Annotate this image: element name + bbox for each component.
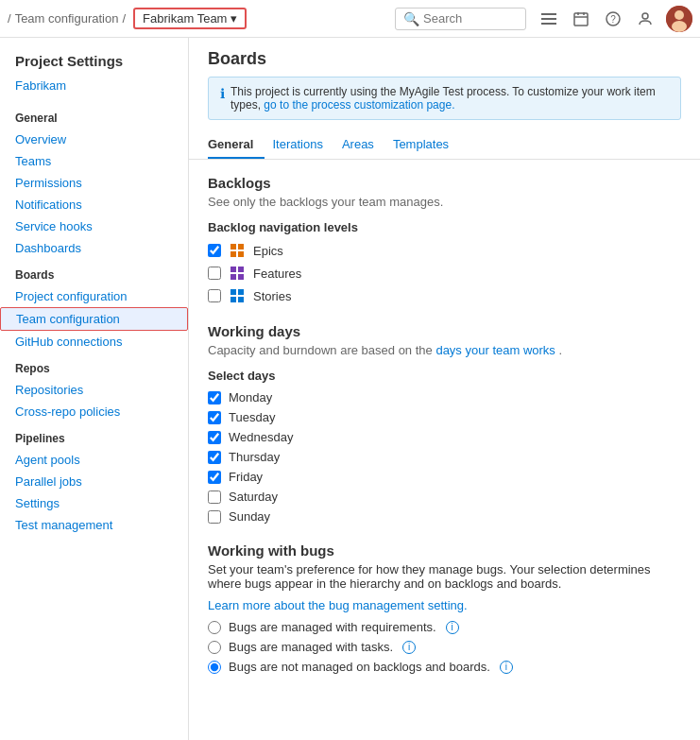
topbar: / Team configuration / Fabrikam Team ▾ 🔍…	[0, 0, 700, 38]
sidebar-item-agent-pools[interactable]: Agent pools	[0, 449, 188, 471]
sidebar-item-parallel-jobs[interactable]: Parallel jobs	[0, 471, 188, 492]
svg-point-9	[642, 13, 648, 19]
breadcrumb: / Team configuration /	[8, 11, 126, 26]
bugs-not-managed-radio-item: Bugs are not managed on backlogs and boa…	[208, 660, 681, 674]
learn-more-bugs-link[interactable]: Learn more about the bug management sett…	[208, 598, 468, 612]
sidebar-project-link[interactable]: Fabrikam	[0, 77, 188, 102]
sidebar-item-cross-repo-policies[interactable]: Cross-repo policies	[0, 401, 188, 422]
bugs-tasks-info-icon[interactable]: i	[402, 641, 416, 654]
wednesday-label: Wednesday	[229, 430, 293, 444]
sidebar-item-permissions[interactable]: Permissions	[0, 172, 188, 194]
sidebar-item-settings[interactable]: Settings	[0, 492, 188, 514]
list-icon[interactable]	[538, 8, 560, 30]
sidebar-section-general: General	[0, 102, 188, 129]
team-selector[interactable]: Fabrikam Team ▾	[133, 8, 247, 29]
svg-rect-20	[238, 274, 244, 280]
epics-label: Epics	[253, 244, 283, 258]
thursday-checkbox[interactable]	[208, 451, 221, 464]
svg-rect-19	[230, 274, 236, 280]
bugs-requirements-info-icon[interactable]: i	[446, 621, 459, 634]
sidebar-item-github-connections[interactable]: GitHub connections	[0, 331, 188, 353]
friday-label: Friday	[229, 470, 263, 484]
tuesday-label: Tuesday	[229, 410, 275, 424]
info-banner-text: This project is currently using the MyAg…	[230, 85, 669, 112]
tuesday-checkbox-item: Tuesday	[208, 410, 681, 424]
sidebar-section-boards: Boards	[0, 259, 188, 285]
tuesday-checkbox[interactable]	[208, 411, 221, 424]
sidebar-item-test-management[interactable]: Test management	[0, 514, 188, 536]
stories-label: Stories	[253, 289, 291, 303]
svg-rect-0	[541, 13, 556, 15]
friday-checkbox[interactable]	[208, 471, 221, 484]
bugs-requirements-radio[interactable]	[208, 621, 221, 634]
info-banner: ℹ This project is currently using the My…	[208, 77, 681, 120]
info-circle-icon: ℹ	[220, 86, 225, 101]
svg-point-12	[672, 21, 687, 32]
process-customization-link[interactable]: go to the process customization page.	[264, 98, 454, 112]
page-title: Boards	[208, 49, 681, 69]
help-icon[interactable]: ?	[602, 8, 624, 30]
calendar-icon[interactable]	[570, 8, 592, 30]
avatar[interactable]	[666, 6, 692, 32]
saturday-checkbox[interactable]	[208, 490, 221, 504]
select-days-label: Select days	[208, 369, 681, 383]
sidebar-item-team-configuration[interactable]: Team configuration	[0, 307, 188, 331]
sidebar-section-repos: Repos	[0, 353, 188, 379]
bugs-not-managed-label: Bugs are not managed on backlogs and boa…	[229, 660, 490, 674]
bugs-requirements-label: Bugs are managed with requirements.	[229, 620, 436, 634]
stories-checkbox[interactable]	[208, 289, 221, 302]
thursday-checkbox-item: Thursday	[208, 450, 681, 464]
svg-rect-1	[541, 18, 556, 20]
sidebar-item-overview[interactable]: Overview	[0, 129, 188, 150]
sidebar-item-project-configuration[interactable]: Project configuration	[0, 285, 188, 307]
sidebar-title: Project Settings	[0, 49, 188, 77]
monday-checkbox[interactable]	[208, 391, 221, 404]
sidebar-section-pipelines: Pipelines	[0, 422, 188, 449]
friday-checkbox-item: Friday	[208, 470, 681, 484]
wednesday-checkbox[interactable]	[208, 431, 221, 444]
epics-checkbox-item: Epics	[208, 242, 681, 259]
days-link[interactable]: days your team works	[435, 343, 555, 357]
svg-text:?: ?	[610, 14, 616, 25]
topbar-icons: ?	[538, 6, 692, 32]
sunday-checkbox[interactable]	[208, 510, 221, 524]
tab-iterations[interactable]: Iterations	[272, 131, 333, 159]
sidebar-item-repositories[interactable]: Repositories	[0, 379, 188, 401]
monday-checkbox-item: Monday	[208, 390, 681, 404]
main-layout: Project Settings Fabrikam General Overvi…	[0, 38, 700, 740]
saturday-label: Saturday	[229, 490, 278, 504]
bugs-not-managed-info-icon[interactable]: i	[500, 661, 513, 674]
saturday-checkbox-item: Saturday	[208, 490, 681, 504]
features-checkbox[interactable]	[208, 267, 221, 280]
content-header: Boards ℹ This project is currently using…	[189, 38, 700, 120]
person-icon[interactable]	[634, 8, 657, 30]
tabs: General Iterations Areas Templates	[189, 131, 700, 160]
breadcrumb-slash: /	[8, 11, 11, 26]
thursday-label: Thursday	[229, 450, 280, 464]
working-days-desc: Capacity and burndown are based on the d…	[208, 343, 681, 357]
working-days-title: Working days	[208, 323, 681, 339]
sidebar-item-teams[interactable]: Teams	[0, 150, 188, 172]
breadcrumb-slash2: /	[122, 11, 126, 26]
sidebar-item-notifications[interactable]: Notifications	[0, 194, 188, 215]
tab-areas[interactable]: Areas	[342, 131, 385, 159]
backlogs-desc: See only the backlogs your team manages.	[208, 195, 681, 209]
team-selector-label: Fabrikam Team	[143, 11, 227, 26]
svg-rect-18	[238, 267, 244, 272]
svg-rect-24	[238, 297, 244, 302]
search-input[interactable]	[423, 11, 518, 26]
features-label: Features	[253, 267, 301, 281]
svg-rect-14	[238, 244, 244, 250]
epics-icon	[229, 242, 246, 259]
sidebar-item-service-hooks[interactable]: Service hooks	[0, 215, 188, 237]
bugs-not-managed-radio[interactable]	[208, 661, 221, 674]
tab-general[interactable]: General	[208, 131, 265, 159]
backlog-nav-levels-label: Backlog navigation levels	[208, 220, 681, 234]
search-box[interactable]: 🔍	[395, 8, 526, 30]
sidebar-item-dashboards[interactable]: Dashboards	[0, 237, 188, 259]
sunday-label: Sunday	[229, 509, 270, 524]
bugs-tasks-radio[interactable]	[208, 641, 221, 654]
features-checkbox-item: Features	[208, 265, 681, 282]
tab-templates[interactable]: Templates	[393, 131, 460, 159]
epics-checkbox[interactable]	[208, 244, 221, 257]
